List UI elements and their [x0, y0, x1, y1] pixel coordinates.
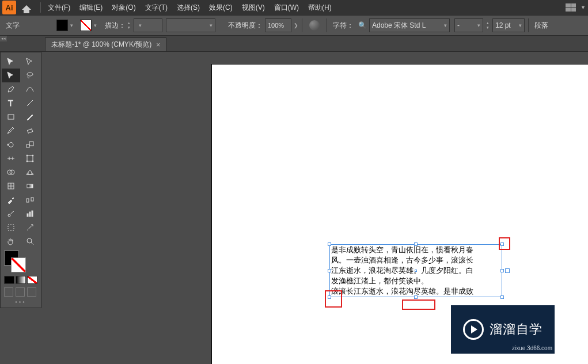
text-frame[interactable]: 是非成败转头空，青山依旧在，惯看秋月春 风。一壶浊酒喜相逢，古今多少事，滚滚长 … — [329, 244, 502, 297]
chevron-down-icon[interactable]: ▾ — [70, 22, 73, 28]
selection-handle[interactable] — [328, 242, 331, 246]
column-graph-tool[interactable] — [21, 207, 39, 221]
center-point[interactable] — [415, 270, 417, 272]
slice-tool[interactable] — [21, 221, 39, 234]
paragraph-label: 段落 — [534, 21, 548, 31]
text-line: 风。一壶浊酒喜相逢，古今多少事，滚滚长 — [331, 255, 500, 266]
opacity-popup-icon[interactable]: ❯ — [294, 22, 298, 28]
menu-help[interactable]: 帮助(H) — [304, 3, 336, 13]
stroke-swatch[interactable] — [80, 20, 92, 31]
panel-collapse-tab[interactable]: ◂◂ — [0, 36, 7, 41]
hand-tool[interactable] — [2, 234, 20, 248]
text-line: 发渔樵江渚上，都付笑谈中。 — [331, 276, 500, 286]
canvas-area[interactable]: 是非成败转头空，青山依旧在，惯看秋月春 风。一壶浊酒喜相逢，古今多少事，滚滚长 … — [45, 52, 588, 364]
svg-rect-19 — [31, 198, 33, 201]
home-icon[interactable] — [21, 2, 32, 13]
selection-tool[interactable] — [2, 55, 20, 69]
search-icon[interactable]: 🔍 — [358, 21, 367, 29]
draw-normal-icon[interactable] — [4, 287, 13, 297]
shape-builder-tool[interactable] — [2, 165, 20, 179]
chevron-down-icon[interactable]: ▼ — [581, 5, 586, 10]
watermark-url: zixue.3d66.com — [512, 345, 552, 351]
curvature-tool[interactable] — [21, 82, 39, 96]
draw-inside-icon[interactable] — [27, 287, 36, 297]
pencil-tool[interactable] — [2, 124, 20, 138]
color-mode-solid[interactable] — [4, 276, 14, 284]
toolbox-edit-icon[interactable]: ••• — [2, 299, 40, 305]
menu-edit[interactable]: 编辑(E) — [75, 3, 107, 13]
chevron-down-icon[interactable]: ▾ — [94, 22, 97, 28]
selection-handle[interactable] — [500, 295, 504, 299]
draw-behind-icon[interactable] — [16, 287, 25, 297]
background-swatch[interactable] — [11, 257, 26, 272]
opacity-input[interactable]: 100% — [265, 18, 291, 32]
font-size-stepper[interactable]: ▴▾ — [487, 18, 492, 32]
menu-window[interactable]: 窗口(W) — [270, 3, 304, 13]
close-icon[interactable]: × — [156, 41, 160, 49]
pen-tool[interactable] — [2, 82, 20, 96]
recolor-icon[interactable] — [309, 20, 320, 31]
selection-handle[interactable] — [414, 242, 418, 246]
lasso-tool[interactable] — [21, 69, 39, 82]
rectangle-tool[interactable] — [2, 110, 20, 124]
eraser-tool[interactable] — [21, 124, 39, 138]
separator — [302, 18, 302, 32]
svg-rect-7 — [27, 156, 33, 161]
svg-rect-24 — [8, 225, 14, 230]
svg-point-10 — [26, 161, 28, 162]
blend-tool[interactable] — [21, 193, 39, 207]
selection-handle[interactable] — [414, 295, 418, 299]
menu-view[interactable]: 视图(V) — [237, 3, 270, 13]
document-tab-bar: 未标题-1* @ 100% (CMYK/预览) × — [0, 36, 588, 52]
svg-point-11 — [32, 161, 33, 162]
svg-rect-3 — [8, 115, 14, 119]
fill-swatch[interactable] — [56, 20, 68, 31]
text-outport[interactable] — [505, 268, 510, 273]
width-tool[interactable] — [2, 151, 20, 165]
menu-object[interactable]: 对象(O) — [107, 3, 140, 13]
selection-handle[interactable] — [500, 242, 504, 246]
menu-type[interactable]: 文字(T) — [141, 3, 172, 13]
direct-selection-tool[interactable] — [21, 55, 39, 69]
eyedropper-tool[interactable] — [2, 193, 20, 207]
zoom-tool[interactable] — [21, 234, 39, 248]
paintbrush-tool[interactable] — [21, 110, 39, 124]
selection-handle[interactable] — [328, 269, 331, 272]
stroke-stepper[interactable]: ▴▾ — [128, 18, 134, 32]
group-selection-tool[interactable] — [2, 69, 20, 82]
artboard-tool[interactable] — [2, 221, 20, 234]
scale-tool[interactable] — [21, 138, 39, 151]
selection-handle[interactable] — [328, 295, 331, 299]
rotate-tool[interactable] — [2, 138, 20, 151]
color-mode-gradient[interactable] — [16, 276, 26, 284]
selection-handle[interactable] — [500, 269, 504, 272]
font-name-value: Adobe 宋体 Std L — [372, 21, 426, 31]
perspective-tool[interactable] — [21, 165, 39, 179]
stroke-profile-dropdown[interactable]: ▾ — [166, 18, 215, 32]
play-icon — [463, 319, 484, 340]
gradient-tool[interactable] — [21, 179, 39, 193]
font-size-dropdown[interactable]: 12 pt▾ — [492, 18, 525, 32]
type-tool[interactable]: T — [2, 96, 20, 110]
menu-file[interactable]: 文件(F) — [43, 3, 75, 13]
svg-rect-21 — [27, 214, 28, 217]
svg-point-0 — [27, 73, 33, 76]
svg-point-25 — [27, 238, 32, 243]
color-mode-none[interactable] — [27, 276, 37, 284]
font-style-dropdown[interactable]: -▾ — [454, 18, 483, 32]
font-family-dropdown[interactable]: Adobe 宋体 Std L▾ — [369, 18, 450, 32]
free-transform-tool[interactable] — [21, 151, 39, 165]
symbol-sprayer-tool[interactable] — [2, 207, 20, 221]
watermark-text: 溜溜自学 — [490, 321, 543, 338]
line-tool[interactable] — [21, 96, 39, 110]
arrange-docs-icon[interactable] — [566, 3, 576, 12]
toolbox: T ••• — [0, 52, 41, 308]
stroke-weight-dropdown[interactable]: ▾ — [134, 18, 162, 32]
mesh-tool[interactable] — [2, 179, 20, 193]
menu-effect[interactable]: 效果(C) — [204, 3, 237, 13]
document-tab[interactable]: 未标题-1* @ 100% (CMYK/预览) × — [45, 37, 166, 51]
svg-rect-4 — [28, 129, 33, 133]
svg-line-2 — [27, 100, 33, 106]
options-bar: 文字 ▾ ▾ 描边： ▴▾ ▾ ▾ 不透明度： 100% ❯ 字符： 🔍 Ado… — [0, 15, 588, 36]
menu-select[interactable]: 选择(S) — [172, 3, 204, 13]
